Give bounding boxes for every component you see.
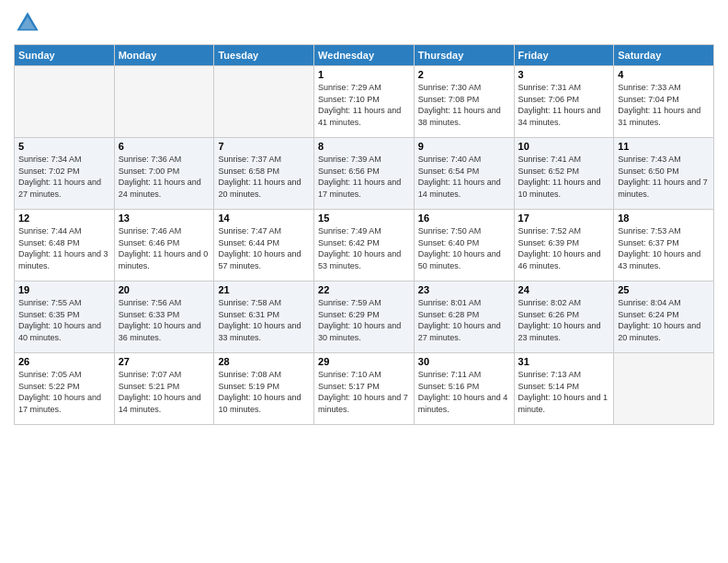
logo-icon bbox=[14, 9, 41, 37]
day-info: Sunrise: 7:44 AMSunset: 6:48 PMDaylight:… bbox=[18, 225, 110, 271]
day-number: 6 bbox=[119, 141, 210, 152]
day-number: 9 bbox=[418, 141, 510, 152]
header-cell-monday: Monday bbox=[114, 45, 214, 66]
calendar-cell-4: 4Sunrise: 7:33 AMSunset: 7:04 PMDaylight… bbox=[614, 66, 714, 138]
day-number: 16 bbox=[418, 213, 510, 224]
calendar-cell-30: 30Sunrise: 7:11 AMSunset: 5:16 PMDayligh… bbox=[414, 353, 514, 425]
calendar-cell-3: 3Sunrise: 7:31 AMSunset: 7:06 PMDaylight… bbox=[514, 66, 614, 138]
day-number: 4 bbox=[618, 69, 710, 80]
day-info: Sunrise: 7:47 AMSunset: 6:44 PMDaylight:… bbox=[218, 225, 310, 271]
calendar-row-3: 19Sunrise: 7:55 AMSunset: 6:35 PMDayligh… bbox=[15, 282, 714, 353]
calendar-cell-24: 24Sunrise: 8:02 AMSunset: 6:26 PMDayligh… bbox=[514, 282, 614, 353]
day-number: 29 bbox=[318, 356, 410, 367]
day-info: Sunrise: 7:31 AMSunset: 7:06 PMDaylight:… bbox=[518, 82, 610, 128]
calendar-cell-12: 12Sunrise: 7:44 AMSunset: 6:48 PMDayligh… bbox=[15, 210, 115, 282]
day-number: 23 bbox=[418, 284, 510, 295]
calendar-cell-28: 28Sunrise: 7:08 AMSunset: 5:19 PMDayligh… bbox=[214, 353, 314, 425]
header-cell-tuesday: Tuesday bbox=[214, 45, 314, 66]
calendar-cell-2: 2Sunrise: 7:30 AMSunset: 7:08 PMDaylight… bbox=[414, 66, 514, 138]
day-number: 11 bbox=[618, 141, 710, 152]
calendar-cell-empty bbox=[15, 66, 115, 138]
day-info: Sunrise: 8:04 AMSunset: 6:24 PMDaylight:… bbox=[618, 297, 710, 343]
header-cell-wednesday: Wednesday bbox=[314, 45, 415, 66]
calendar-cell-22: 22Sunrise: 7:59 AMSunset: 6:29 PMDayligh… bbox=[314, 282, 415, 353]
calendar-row-4: 26Sunrise: 7:05 AMSunset: 5:22 PMDayligh… bbox=[15, 353, 714, 425]
day-number: 2 bbox=[418, 69, 510, 80]
calendar-cell-31: 31Sunrise: 7:13 AMSunset: 5:14 PMDayligh… bbox=[514, 353, 614, 425]
day-number: 15 bbox=[318, 213, 410, 224]
calendar-cell-8: 8Sunrise: 7:39 AMSunset: 6:56 PMDaylight… bbox=[314, 138, 415, 210]
day-number: 10 bbox=[518, 141, 610, 152]
calendar-cell-19: 19Sunrise: 7:55 AMSunset: 6:35 PMDayligh… bbox=[15, 282, 115, 353]
header-cell-thursday: Thursday bbox=[414, 45, 514, 66]
day-number: 3 bbox=[518, 69, 610, 80]
day-number: 1 bbox=[318, 69, 410, 80]
day-number: 19 bbox=[18, 284, 110, 295]
day-info: Sunrise: 7:40 AMSunset: 6:54 PMDaylight:… bbox=[418, 154, 510, 200]
day-info: Sunrise: 7:37 AMSunset: 6:58 PMDaylight:… bbox=[218, 154, 310, 200]
day-number: 28 bbox=[218, 356, 310, 367]
day-number: 22 bbox=[318, 284, 410, 295]
day-info: Sunrise: 7:59 AMSunset: 6:29 PMDaylight:… bbox=[318, 297, 410, 343]
day-number: 18 bbox=[618, 213, 710, 224]
day-info: Sunrise: 7:29 AMSunset: 7:10 PMDaylight:… bbox=[318, 82, 410, 128]
calendar-cell-7: 7Sunrise: 7:37 AMSunset: 6:58 PMDaylight… bbox=[214, 138, 314, 210]
day-number: 27 bbox=[119, 356, 210, 367]
calendar-row-2: 12Sunrise: 7:44 AMSunset: 6:48 PMDayligh… bbox=[15, 210, 714, 282]
day-number: 30 bbox=[418, 356, 510, 367]
calendar-cell-16: 16Sunrise: 7:50 AMSunset: 6:40 PMDayligh… bbox=[414, 210, 514, 282]
day-info: Sunrise: 7:43 AMSunset: 6:50 PMDaylight:… bbox=[618, 154, 710, 200]
day-info: Sunrise: 7:05 AMSunset: 5:22 PMDaylight:… bbox=[18, 369, 110, 415]
day-number: 5 bbox=[18, 141, 110, 152]
calendar-cell-5: 5Sunrise: 7:34 AMSunset: 7:02 PMDaylight… bbox=[15, 138, 115, 210]
day-info: Sunrise: 7:41 AMSunset: 6:52 PMDaylight:… bbox=[518, 154, 610, 200]
day-info: Sunrise: 7:07 AMSunset: 5:21 PMDaylight:… bbox=[119, 369, 210, 415]
day-info: Sunrise: 7:11 AMSunset: 5:16 PMDaylight:… bbox=[418, 369, 510, 415]
day-info: Sunrise: 7:10 AMSunset: 5:17 PMDaylight:… bbox=[318, 369, 410, 415]
header-row: SundayMondayTuesdayWednesdayThursdayFrid… bbox=[15, 45, 714, 66]
day-info: Sunrise: 7:49 AMSunset: 6:42 PMDaylight:… bbox=[318, 225, 410, 271]
calendar-cell-17: 17Sunrise: 7:52 AMSunset: 6:39 PMDayligh… bbox=[514, 210, 614, 282]
day-info: Sunrise: 8:01 AMSunset: 6:28 PMDaylight:… bbox=[418, 297, 510, 343]
day-number: 31 bbox=[518, 356, 610, 367]
day-number: 17 bbox=[518, 213, 610, 224]
calendar: SundayMondayTuesdayWednesdayThursdayFrid… bbox=[14, 44, 714, 425]
day-info: Sunrise: 7:36 AMSunset: 7:00 PMDaylight:… bbox=[119, 154, 210, 200]
day-info: Sunrise: 7:30 AMSunset: 7:08 PMDaylight:… bbox=[418, 82, 510, 128]
day-number: 7 bbox=[218, 141, 310, 152]
day-number: 12 bbox=[18, 213, 110, 224]
day-info: Sunrise: 7:52 AMSunset: 6:39 PMDaylight:… bbox=[518, 225, 610, 271]
calendar-cell-empty bbox=[214, 66, 314, 138]
calendar-cell-29: 29Sunrise: 7:10 AMSunset: 5:17 PMDayligh… bbox=[314, 353, 415, 425]
calendar-cell-18: 18Sunrise: 7:53 AMSunset: 6:37 PMDayligh… bbox=[614, 210, 714, 282]
day-number: 21 bbox=[218, 284, 310, 295]
day-info: Sunrise: 7:33 AMSunset: 7:04 PMDaylight:… bbox=[618, 82, 710, 128]
calendar-cell-11: 11Sunrise: 7:43 AMSunset: 6:50 PMDayligh… bbox=[614, 138, 714, 210]
calendar-cell-25: 25Sunrise: 8:04 AMSunset: 6:24 PMDayligh… bbox=[614, 282, 714, 353]
day-number: 24 bbox=[518, 284, 610, 295]
day-info: Sunrise: 7:08 AMSunset: 5:19 PMDaylight:… bbox=[218, 369, 310, 415]
calendar-cell-26: 26Sunrise: 7:05 AMSunset: 5:22 PMDayligh… bbox=[15, 353, 115, 425]
day-info: Sunrise: 7:50 AMSunset: 6:40 PMDaylight:… bbox=[418, 225, 510, 271]
day-info: Sunrise: 8:02 AMSunset: 6:26 PMDaylight:… bbox=[518, 297, 610, 343]
day-info: Sunrise: 7:13 AMSunset: 5:14 PMDaylight:… bbox=[518, 369, 610, 415]
header bbox=[14, 9, 714, 37]
calendar-cell-15: 15Sunrise: 7:49 AMSunset: 6:42 PMDayligh… bbox=[314, 210, 415, 282]
calendar-cell-9: 9Sunrise: 7:40 AMSunset: 6:54 PMDaylight… bbox=[414, 138, 514, 210]
calendar-cell-empty bbox=[614, 353, 714, 425]
calendar-cell-empty bbox=[114, 66, 214, 138]
calendar-cell-21: 21Sunrise: 7:58 AMSunset: 6:31 PMDayligh… bbox=[214, 282, 314, 353]
calendar-cell-14: 14Sunrise: 7:47 AMSunset: 6:44 PMDayligh… bbox=[214, 210, 314, 282]
header-cell-saturday: Saturday bbox=[614, 45, 714, 66]
calendar-row-1: 5Sunrise: 7:34 AMSunset: 7:02 PMDaylight… bbox=[15, 138, 714, 210]
day-number: 26 bbox=[18, 356, 110, 367]
day-info: Sunrise: 7:53 AMSunset: 6:37 PMDaylight:… bbox=[618, 225, 710, 271]
page: SundayMondayTuesdayWednesdayThursdayFrid… bbox=[0, 0, 728, 563]
day-number: 14 bbox=[218, 213, 310, 224]
calendar-cell-20: 20Sunrise: 7:56 AMSunset: 6:33 PMDayligh… bbox=[114, 282, 214, 353]
header-cell-friday: Friday bbox=[514, 45, 614, 66]
day-info: Sunrise: 7:56 AMSunset: 6:33 PMDaylight:… bbox=[119, 297, 210, 343]
day-number: 25 bbox=[618, 284, 710, 295]
calendar-cell-1: 1Sunrise: 7:29 AMSunset: 7:10 PMDaylight… bbox=[314, 66, 415, 138]
day-info: Sunrise: 7:58 AMSunset: 6:31 PMDaylight:… bbox=[218, 297, 310, 343]
